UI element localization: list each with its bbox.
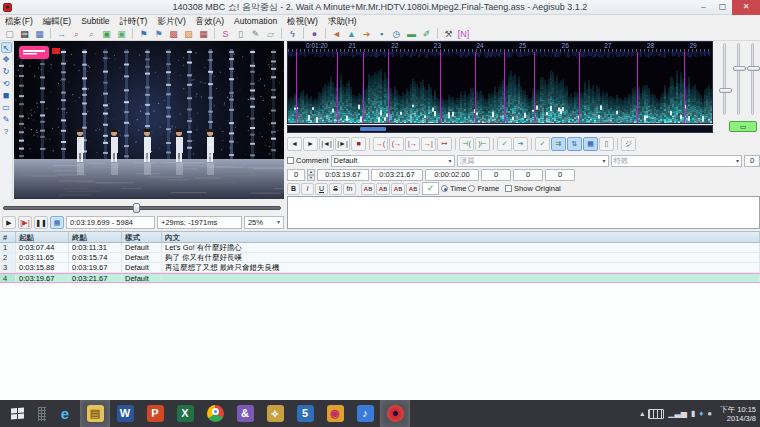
tag-commit-icon[interactable]: ▣ [115,28,128,40]
subtitle-row-4[interactable]: 40:03:19.670:03:21.67Default [0,273,760,283]
audio-karaoke-icon[interactable]: ジ [621,137,636,151]
audio-commit-icon[interactable]: ✓ [497,137,512,151]
color-button-3[interactable]: AB [391,183,405,195]
taskbar-word-icon[interactable]: W [110,400,140,427]
tray-blue-icon[interactable]: ♦ [699,409,703,418]
toggle-tags-icon[interactable]: ⚑ [137,28,150,40]
open-subtitles-icon[interactable]: ▤ [18,28,31,40]
vertical-zoom-slider[interactable] [737,43,740,115]
audio-play-last-500-icon[interactable]: |→ [405,137,420,151]
volume-slider[interactable] [751,43,754,115]
grid-col-#[interactable]: # [0,232,16,242]
audio-auto-scroll-icon[interactable]: ⇅ [567,137,582,151]
video-play-button[interactable]: ▶ [2,216,16,229]
touch-keyboard-icon[interactable] [38,407,46,421]
time-radio[interactable] [441,185,448,192]
toggle-comments-icon[interactable]: ⚑ [152,28,165,40]
audio-auto-next-icon[interactable]: ⇉ [551,137,566,151]
audio-play-begin-icon[interactable]: |◄| [319,137,334,151]
menu-item-V[interactable]: 影片(V) [152,15,190,27]
format-i-button[interactable]: I [301,183,314,195]
audio-spectrogram[interactable] [287,52,713,124]
automation-scripts-icon[interactable]: [N] [457,28,470,40]
audio-lead-in-icon[interactable]: ⊣( [459,137,474,151]
start-time-field[interactable]: 0:03:19.67 [317,169,369,181]
tray-gray-icon[interactable]: ● [707,409,712,418]
grid-col-起點[interactable]: 起點 [16,232,69,242]
commit-button[interactable]: ✓ [422,182,439,195]
seek-thumb[interactable] [133,203,140,213]
automation-icon[interactable]: ϟ [286,28,299,40]
taskbar-thunder-bird-icon[interactable]: ⟡ [260,400,290,427]
jump-to-icon[interactable]: → [55,28,68,40]
audio-play-end-icon[interactable]: |►| [335,137,350,151]
format-b-button[interactable]: B [287,183,300,195]
menu-item-E[interactable]: 編輯(E) [38,15,76,27]
margin-vertical-field[interactable]: 0 [545,169,575,181]
format-s-button[interactable]: S [329,183,342,195]
taskbar-ie-icon[interactable]: e [50,400,80,427]
shift-right-icon[interactable]: ➔ [360,28,373,40]
styles-manager-icon[interactable]: ▩ [167,28,180,40]
layer-spinner[interactable]: ▲▼ [307,169,315,181]
video-play-line-button[interactable]: [▶] [18,216,32,229]
menu-item-A[interactable]: 音效(A) [191,15,229,27]
scale-tool-icon[interactable]: ◼ [1,90,12,101]
hidden-icons-arrow[interactable]: ▴ [640,409,644,418]
taskbar-app5-icon[interactable]: 5 [290,400,320,427]
taskbar-clock[interactable]: 下午 10:15 2014/3/8 [716,405,756,423]
shift-up-icon[interactable]: ▲ [345,28,358,40]
select-lines-icon[interactable]: ▣ [100,28,113,40]
subtitle-text-editor[interactable] [287,196,760,229]
vector-clip-tool-icon[interactable]: ✎ [1,114,12,125]
network-icon[interactable]: ▁▃▅ [668,409,686,418]
taskbar-aegisub-icon[interactable] [380,400,410,427]
show-original-checkbox[interactable] [505,185,512,192]
audio-play-selection-before-icon[interactable]: ◄ [287,137,302,151]
resample-icon[interactable]: ▬ [405,28,418,40]
grid-col-終點[interactable]: 終點 [69,232,122,242]
audio-play-first-500-icon[interactable]: (→ [389,137,404,151]
audio-vertical-link-icon[interactable]: ▯ [599,137,614,151]
audio-scrollbar[interactable] [287,125,713,133]
comment-checkbox[interactable] [287,157,294,164]
shift-times-icon[interactable]: ◷ [390,28,403,40]
audio-spectrum-toggle-icon[interactable]: ▦ [583,137,598,151]
taskbar-itunes-icon[interactable]: ♪ [350,400,380,427]
menu-item-Automation[interactable]: Automation [229,15,282,27]
audio-play-selection-after-icon[interactable]: ► [303,137,318,151]
snap-icon[interactable]: ▪ [375,28,388,40]
grid-col-樣式[interactable]: 樣式 [122,232,162,242]
audio-play-500-after-icon[interactable]: →| [421,137,436,151]
help-tool-icon[interactable]: ? [1,126,12,137]
audio-stop-icon[interactable]: ■ [351,137,366,151]
standard-tool-icon[interactable]: ↖ [1,42,12,53]
menu-item-Subtitle[interactable]: Subtitle [76,15,114,27]
taskbar-powerpoint-icon[interactable]: P [140,400,170,427]
taskbar-excel-icon[interactable]: X [170,400,200,427]
margin-right-field[interactable]: 0 [513,169,543,181]
taskbar-palette-app-icon[interactable]: ◉ [320,400,350,427]
video-zoom-select[interactable]: 25% ▾ [244,216,284,229]
video-pause-button[interactable]: ❚❚ [34,216,48,229]
find-icon[interactable]: ⌕ [70,28,83,40]
audio-scroll-thumb[interactable] [360,127,386,131]
save-subtitles-icon[interactable]: ▦ [33,28,46,40]
rect-clip-tool-icon[interactable]: ▭ [1,102,12,113]
format-u-button[interactable]: U [315,183,328,195]
paste-over-icon[interactable]: ▱ [264,28,277,40]
audio-go-to-icon[interactable]: ➔ [513,137,528,151]
rotate-z-tool-icon[interactable]: ↻ [1,66,12,77]
kanji-timer-icon[interactable]: ✎ [249,28,262,40]
keyboard-tray-icon[interactable] [648,409,664,419]
start-button[interactable] [0,400,34,427]
grid-col-內文[interactable]: 內文 [162,232,760,242]
format-fn-button[interactable]: fn [343,183,356,195]
duration-field[interactable]: 0:00:02.00 [425,169,479,181]
effect-combo[interactable]: 特效▾ [611,155,742,167]
taskbar-purple-app-icon[interactable]: & [230,400,260,427]
spell-checker-icon[interactable]: S [219,28,232,40]
options-icon[interactable]: ⚒ [442,28,455,40]
shift-left-icon[interactable]: ◄ [330,28,343,40]
timing-postprocessor-icon[interactable]: ✐ [420,28,433,40]
